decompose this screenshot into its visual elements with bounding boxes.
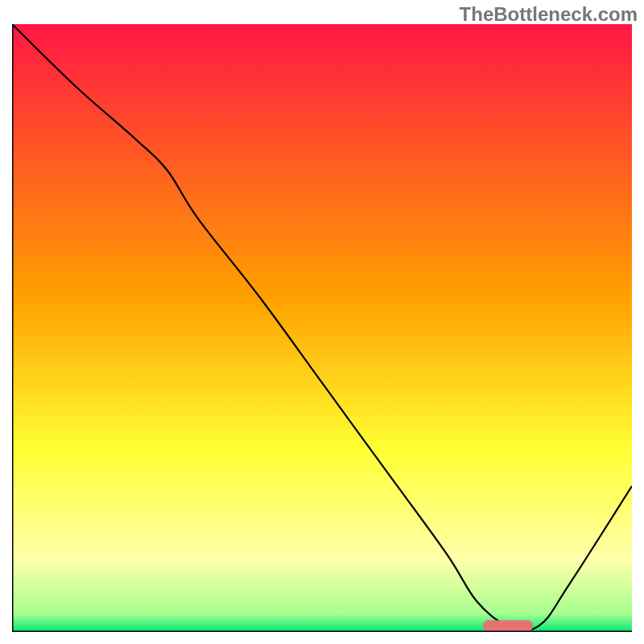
chart-container: TheBottleneck.com xyxy=(0,0,644,644)
optimal-marker xyxy=(483,620,533,631)
watermark-text: TheBottleneck.com xyxy=(460,3,638,26)
chart-svg xyxy=(12,24,632,632)
gradient-background xyxy=(12,24,632,632)
